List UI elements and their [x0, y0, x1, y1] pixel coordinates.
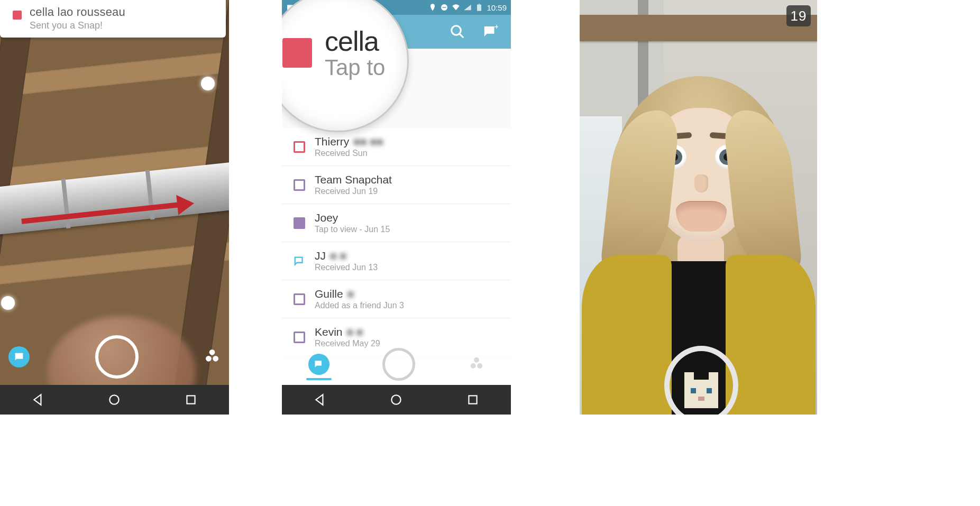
svg-line-14 — [460, 34, 464, 38]
phone-camera-screen: cella lao rousseau Sent you a Snap! — [0, 0, 229, 415]
svg-point-18 — [477, 363, 482, 369]
redacted-text: ■ ■ — [347, 326, 363, 338]
android-nav-bar — [282, 385, 511, 415]
nav-home-icon[interactable] — [389, 393, 403, 407]
chat-icon — [13, 351, 25, 363]
status-signal-icon — [463, 3, 472, 12]
status-location-icon — [428, 3, 437, 12]
friend-subtitle: Added as a friend Jun 3 — [315, 301, 404, 310]
svg-point-1 — [206, 356, 212, 362]
status-time: 10:59 — [487, 3, 507, 12]
svg-rect-11 — [477, 5, 481, 11]
friend-subtitle: Received Sun — [315, 149, 383, 158]
tab-chat[interactable] — [308, 354, 329, 375]
snap-received-icon — [294, 179, 305, 191]
snap-photo[interactable]: 19 — [580, 0, 817, 415]
friend-name: Joey — [315, 211, 338, 224]
snap-received-icon — [294, 332, 305, 343]
nav-home-icon[interactable] — [107, 393, 121, 407]
friend-subtitle: Tap to view - Jun 15 — [315, 225, 390, 234]
friend-name: Kevin — [315, 326, 343, 338]
notification-sender: cella lao rousseau — [30, 5, 217, 19]
camera-background-ceiling — [0, 0, 229, 385]
snap-indicator-icon — [13, 11, 22, 20]
chat-received-icon — [294, 255, 305, 267]
svg-point-0 — [209, 349, 215, 355]
phone-friends-screen: 10:59 + Thierry■■ ■■ Received Sun Team S… — [282, 0, 511, 415]
friend-subtitle: Received Jun 19 — [315, 187, 392, 196]
photo-person — [585, 50, 812, 415]
svg-point-17 — [471, 363, 476, 369]
chat-icon — [314, 359, 324, 370]
nav-recent-icon[interactable] — [184, 393, 198, 407]
svg-rect-10 — [443, 7, 446, 7]
friend-name: Team Snapchat — [315, 173, 392, 186]
android-nav-bar — [0, 385, 229, 415]
notification-subtitle: Sent you a Snap! — [30, 20, 217, 31]
stories-icon — [469, 355, 484, 371]
friend-row-thierry[interactable]: Thierry■■ ■■ Received Sun — [282, 128, 511, 166]
svg-point-13 — [452, 26, 461, 35]
redacted-text: ■ ■ — [330, 250, 346, 262]
status-wifi-icon — [452, 3, 460, 12]
snap-timer-value: 19 — [791, 8, 807, 24]
friend-name: JJ — [315, 250, 326, 262]
phone-snap-view-screen[interactable]: 19 — [580, 0, 817, 415]
svg-point-3 — [110, 395, 119, 404]
new-chat-icon[interactable]: + — [482, 24, 498, 40]
search-icon[interactable] — [450, 24, 465, 40]
friend-name: Thierry — [315, 135, 349, 148]
nav-recent-icon[interactable] — [466, 393, 480, 407]
snap-received-icon — [294, 293, 305, 305]
zoom-friend-name: cella — [325, 27, 385, 56]
snap-timer-badge: 19 — [786, 5, 811, 26]
bottom-tabs — [282, 344, 511, 385]
status-battery-icon — [475, 3, 483, 12]
zoom-friend-subtitle: Tap to — [325, 56, 385, 79]
stories-icon — [204, 347, 221, 364]
snap-unopened-icon — [282, 38, 312, 68]
friend-subtitle: Received Jun 13 — [315, 263, 378, 272]
snap-unopened-icon — [294, 217, 305, 229]
camera-controls — [0, 335, 229, 379]
svg-point-2 — [213, 356, 218, 362]
svg-point-16 — [474, 357, 479, 363]
camera-viewfinder[interactable]: cella lao rousseau Sent you a Snap! — [0, 0, 229, 385]
tab-camera[interactable] — [382, 348, 415, 381]
nav-back-icon[interactable] — [313, 393, 327, 407]
chat-button[interactable] — [8, 346, 30, 367]
redacted-text: ■ — [347, 288, 354, 300]
redacted-text: ■■ ■■ — [353, 135, 383, 148]
friend-row-team-snapchat[interactable]: Team Snapchat Received Jun 19 — [282, 166, 511, 204]
friend-row-guille[interactable]: Guille■ Added as a friend Jun 3 — [282, 280, 511, 318]
stories-button[interactable] — [204, 347, 221, 366]
snap-received-icon — [294, 141, 305, 153]
friend-row-jj[interactable]: JJ■ ■ Received Jun 13 — [282, 242, 511, 280]
svg-point-19 — [392, 395, 401, 404]
svg-rect-20 — [469, 395, 477, 403]
svg-text:+: + — [494, 24, 499, 31]
nav-back-icon[interactable] — [31, 393, 45, 407]
svg-rect-4 — [187, 395, 195, 403]
friend-row-joey[interactable]: Joey Tap to view - Jun 15 — [282, 204, 511, 242]
shutter-button[interactable] — [95, 335, 139, 379]
status-dnd-icon — [440, 3, 448, 12]
snap-notification-banner[interactable]: cella lao rousseau Sent you a Snap! — [0, 0, 226, 38]
tab-stories[interactable] — [469, 355, 484, 373]
friend-name: Guille — [315, 288, 343, 300]
shirt-graphic-pixel-cat — [664, 346, 738, 415]
svg-rect-12 — [479, 4, 480, 4]
